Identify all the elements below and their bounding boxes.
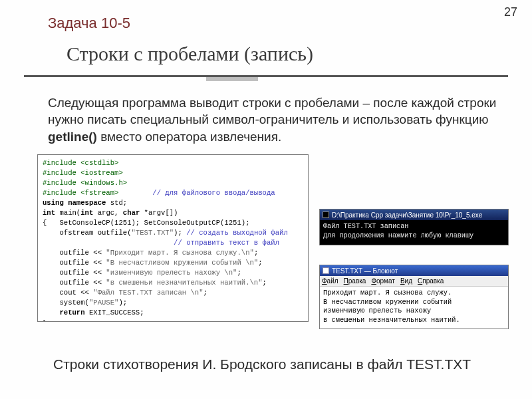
- cmd-icon: [323, 211, 329, 218]
- code-listing: #include <cstdlib> #include <iostream> #…: [37, 154, 309, 322]
- para-bold: getline(): [48, 130, 97, 144]
- rule-accent: [206, 77, 258, 81]
- intro-paragraph: Следующая программа выводит строки с про…: [48, 94, 505, 145]
- console-titlebar: D:\Практика Cpp задачи\Занятие 10\Pr_10_…: [320, 209, 508, 220]
- task-label: Задача 10-5: [48, 15, 130, 32]
- notepad-title-text: TEST.TXT — Блокнот: [332, 267, 398, 275]
- para-post: вместо оператора извлечения.: [97, 130, 281, 144]
- notepad-icon: [323, 267, 329, 274]
- notepad-menubar: Файл Правка Формат Вид Справка: [320, 276, 508, 287]
- menu-file[interactable]: Файл: [322, 277, 338, 285]
- menu-view[interactable]: Вид: [400, 277, 412, 285]
- console-window: D:\Практика Cpp задачи\Занятие 10\Pr_10_…: [319, 209, 509, 245]
- console-body: Файл TEST.TXT записан Для продолжения на…: [320, 220, 508, 245]
- menu-help[interactable]: Справка: [418, 277, 444, 285]
- menu-format[interactable]: Формат: [371, 277, 395, 285]
- notepad-window: TEST.TXT — Блокнот Файл Правка Формат Ви…: [319, 265, 509, 329]
- horizontal-rule: [24, 75, 508, 77]
- slide-title: Строки с пробелами (запись): [66, 43, 313, 65]
- para-pre: Следующая программа выводит строки с про…: [48, 96, 496, 126]
- page-number: 27: [504, 5, 517, 19]
- console-title-text: D:\Практика Cpp задачи\Занятие 10\Pr_10_…: [332, 211, 482, 219]
- notepad-body: Приходит март. Я сызнова служу. В несчас…: [320, 287, 508, 329]
- footer-caption: Строки стихотворения И. Бродского записа…: [53, 356, 471, 372]
- menu-edit[interactable]: Правка: [344, 277, 366, 285]
- notepad-titlebar: TEST.TXT — Блокнот: [320, 265, 508, 276]
